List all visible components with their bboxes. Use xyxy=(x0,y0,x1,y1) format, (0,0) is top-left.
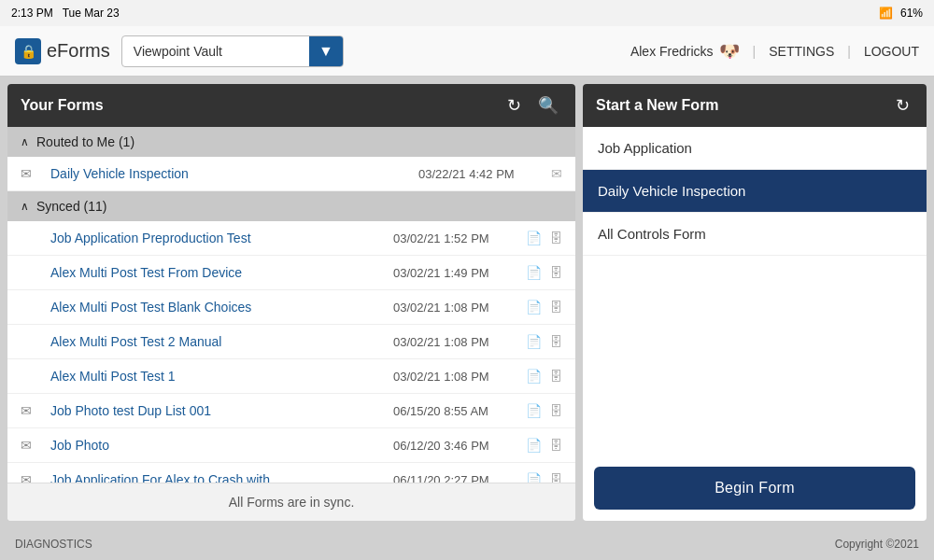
list-item[interactable]: Alex Multi Post Test 2 Manual 03/02/21 1… xyxy=(7,325,575,359)
envelope-icon: ✉ xyxy=(21,438,39,453)
db-icon: 🗄 xyxy=(549,438,562,453)
list-item[interactable]: Alex Multi Post Test Blank Choices 03/02… xyxy=(7,290,575,325)
pdf-icon: 📄 xyxy=(526,438,542,453)
list-item[interactable]: Alex Multi Post Test 1 03/02/21 1:08 PM … xyxy=(7,359,575,394)
settings-link[interactable]: SETTINGS xyxy=(769,44,834,59)
section-routed-label: Routed to Me (1) xyxy=(36,134,134,149)
right-refresh-button[interactable]: ↻ xyxy=(892,93,913,118)
db-icon: 🗄 xyxy=(549,300,562,315)
sync-status: All Forms are in sync. xyxy=(7,483,575,521)
section-routed: ∧ Routed to Me (1) xyxy=(7,127,575,157)
right-panel: Start a New Form ↻ Job Application Daily… xyxy=(583,84,927,521)
left-panel: Your Forms ↻ 🔍 ∧ Routed to Me (1) ✉ Dail… xyxy=(7,84,575,521)
form-name: Job Application For Alex to Crash with xyxy=(50,472,382,483)
battery-status: 61% xyxy=(900,7,923,20)
chevron-down-icon: ▼ xyxy=(318,43,333,60)
form-date: 03/02/21 1:08 PM xyxy=(393,301,515,315)
new-form-item-all-controls[interactable]: All Controls Form xyxy=(583,213,927,256)
list-item[interactable]: ✉ Daily Vehicle Inspection 03/22/21 4:42… xyxy=(7,157,575,191)
pdf-icon: 📄 xyxy=(526,472,542,483)
pdf-icon: 📄 xyxy=(526,369,542,384)
right-panel-title: Start a New Form xyxy=(596,97,719,114)
form-date: 06/11/20 2:27 PM xyxy=(393,473,515,483)
status-time: 2:13 PM xyxy=(11,7,53,20)
begin-form-button[interactable]: Begin Form xyxy=(594,467,915,510)
diagnostics-link[interactable]: DIAGNOSTICS xyxy=(15,538,92,551)
db-icon: 🗄 xyxy=(549,231,562,245)
pdf-icon: 📄 xyxy=(526,334,542,349)
form-name: Alex Multi Post Test Blank Choices xyxy=(50,300,382,315)
vault-selector[interactable]: Viewpoint Vault ▼ xyxy=(121,35,344,67)
db-icon: 🗄 xyxy=(549,369,562,384)
collapse-routed-icon[interactable]: ∧ xyxy=(21,135,29,148)
new-form-item-daily-vehicle[interactable]: Daily Vehicle Inspection xyxy=(583,170,927,213)
form-date: 03/02/21 1:49 PM xyxy=(393,266,515,280)
user-avatar-icon: 🐶 xyxy=(719,41,740,62)
db-icon: 🗄 xyxy=(549,265,562,280)
status-date: Tue Mar 23 xyxy=(63,7,120,20)
form-date: 06/12/20 3:46 PM xyxy=(393,439,515,453)
left-panel-actions: ↻ 🔍 xyxy=(503,93,562,118)
refresh-button[interactable]: ↻ xyxy=(503,93,525,118)
pdf-icon: 📄 xyxy=(526,265,542,280)
form-name: Alex Multi Post Test 2 Manual xyxy=(50,334,382,349)
user-info: Alex Fredricks 🐶 xyxy=(630,41,740,62)
copyright-text: Copyright ©2021 xyxy=(835,538,919,551)
db-icon: 🗄 xyxy=(549,334,562,349)
form-name: Daily Vehicle Inspection xyxy=(50,166,407,181)
new-form-item-job-application[interactable]: Job Application xyxy=(583,127,927,170)
list-item[interactable]: ✉ Job Photo 06/12/20 3:46 PM 📄 🗄 xyxy=(7,428,575,463)
section-synced-label: Synced (11) xyxy=(36,199,106,214)
envelope-icon: ✉ xyxy=(21,166,39,181)
logo-icon: 🔒 xyxy=(15,38,41,64)
right-panel-header: Start a New Form ↻ xyxy=(583,84,927,127)
form-name: Alex Multi Post Test From Device xyxy=(50,265,382,280)
forms-list: ∧ Routed to Me (1) ✉ Daily Vehicle Inspe… xyxy=(7,127,575,483)
new-form-list: Job Application Daily Vehicle Inspection… xyxy=(583,127,927,455)
form-date: 03/02/21 1:52 PM xyxy=(393,231,515,245)
envelope-icon: ✉ xyxy=(21,403,39,418)
pdf-icon: 📄 xyxy=(526,231,542,245)
begin-form-area: Begin Form xyxy=(583,455,927,521)
status-bar: 2:13 PM Tue Mar 23 📶 61% xyxy=(0,0,934,26)
section-synced: ∧ Synced (11) xyxy=(7,191,575,221)
form-name: Alex Multi Post Test 1 xyxy=(50,369,382,384)
left-panel-header: Your Forms ↻ 🔍 xyxy=(7,84,575,127)
footer: DIAGNOSTICS Copyright ©2021 xyxy=(0,528,934,560)
logout-link[interactable]: LOGOUT xyxy=(864,44,919,59)
search-button[interactable]: 🔍 xyxy=(534,93,562,118)
left-panel-title: Your Forms xyxy=(21,97,104,114)
pdf-icon: 📄 xyxy=(526,403,542,418)
wifi-icon: 📶 xyxy=(879,7,893,20)
form-date: 03/22/21 4:42 PM xyxy=(418,167,540,181)
vault-name: Viewpoint Vault xyxy=(122,44,309,59)
form-date: 03/02/21 1:08 PM xyxy=(393,335,515,349)
list-item[interactable]: ✉ Job Photo test Dup List 001 06/15/20 8… xyxy=(7,394,575,428)
vault-dropdown-btn[interactable]: ▼ xyxy=(309,35,343,67)
logo-text: eForms xyxy=(47,40,110,62)
logo: 🔒 eForms xyxy=(15,38,110,64)
list-item[interactable]: Alex Multi Post Test From Device 03/02/2… xyxy=(7,256,575,290)
envelope-action-icon: ✉ xyxy=(551,166,562,181)
user-name: Alex Fredricks xyxy=(630,44,714,59)
form-date: 06/15/20 8:55 AM xyxy=(393,404,515,418)
header: 🔒 eForms Viewpoint Vault ▼ Alex Fredrick… xyxy=(0,26,934,77)
pdf-icon: 📄 xyxy=(526,300,542,315)
list-item[interactable]: ✉ Job Application For Alex to Crash with… xyxy=(7,463,575,483)
collapse-synced-icon[interactable]: ∧ xyxy=(21,200,29,213)
form-date: 03/02/21 1:08 PM xyxy=(393,370,515,384)
list-item[interactable]: Job Application Preproduction Test 03/02… xyxy=(7,221,575,256)
form-name: Job Photo test Dup List 001 xyxy=(50,403,382,418)
main-content: Your Forms ↻ 🔍 ∧ Routed to Me (1) ✉ Dail… xyxy=(0,77,934,528)
form-name: Job Application Preproduction Test xyxy=(50,231,382,245)
envelope-icon: ✉ xyxy=(21,472,39,483)
form-name: Job Photo xyxy=(50,438,382,453)
db-icon: 🗄 xyxy=(549,403,562,418)
db-icon: 🗄 xyxy=(549,472,562,483)
